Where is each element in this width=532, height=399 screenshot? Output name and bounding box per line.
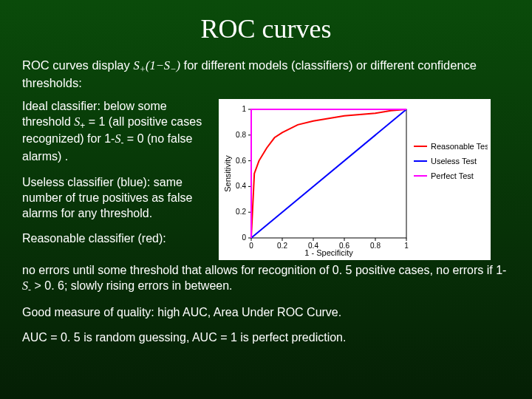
intro-formula: S+(1−S−) bbox=[133, 58, 180, 72]
svg-text:1 - Specificity: 1 - Specificity bbox=[304, 248, 353, 257]
svg-text:Sensitivity: Sensitivity bbox=[223, 155, 232, 192]
svg-text:Reasonable Test: Reasonable Test bbox=[431, 142, 488, 151]
para-ideal: Ideal classifier: below some threshold S… bbox=[22, 99, 208, 165]
para-auc2: AUC = 0. 5 is random guessing, AUC = 1 i… bbox=[22, 330, 510, 346]
svg-text:Useless Test: Useless Test bbox=[431, 157, 477, 166]
para-useless: Useless classifier (blue): same number o… bbox=[22, 175, 208, 221]
svg-text:0.8: 0.8 bbox=[236, 131, 246, 139]
svg-text:Perfect Test: Perfect Test bbox=[431, 171, 474, 180]
intro-paragraph: ROC curves display S+(1−S−) for differen… bbox=[22, 58, 510, 92]
svg-text:1: 1 bbox=[242, 105, 246, 113]
svg-text:0: 0 bbox=[249, 242, 253, 250]
roc-chart: 00.20.40.60.8100.20.40.60.811 - Specific… bbox=[219, 99, 491, 260]
page-title: ROC curves bbox=[22, 13, 510, 44]
svg-text:0.6: 0.6 bbox=[236, 156, 246, 164]
svg-text:0.8: 0.8 bbox=[370, 242, 381, 250]
para-reasonable-body: no errors until some threshold that allo… bbox=[22, 263, 510, 296]
para-reasonable-head: Reasonable classifier (red): bbox=[22, 231, 208, 247]
svg-text:0.2: 0.2 bbox=[277, 242, 287, 250]
svg-text:0.4: 0.4 bbox=[236, 182, 246, 190]
para-auc1: Good measure of quality: high AUC, Area … bbox=[22, 305, 510, 321]
svg-text:0: 0 bbox=[242, 233, 246, 242]
svg-text:1: 1 bbox=[404, 242, 409, 250]
intro-text-a: ROC curves display bbox=[22, 58, 133, 72]
svg-text:0.2: 0.2 bbox=[236, 208, 246, 216]
